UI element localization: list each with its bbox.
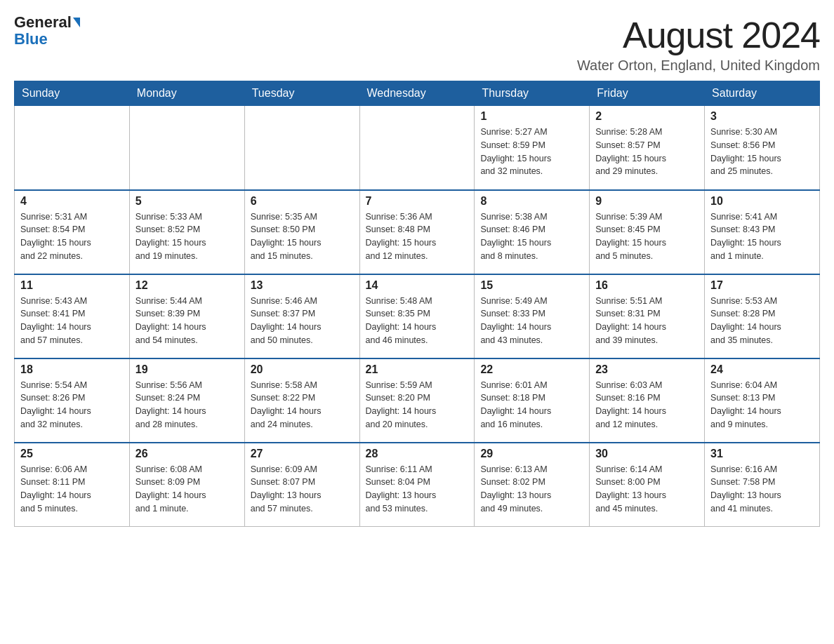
day-number: 26 xyxy=(135,448,239,460)
day-number: 8 xyxy=(480,195,583,208)
weekday-header-tuesday: Tuesday xyxy=(244,81,359,106)
day-number: 15 xyxy=(480,279,583,292)
day-info: Sunrise: 5:44 AMSunset: 8:39 PMDaylight:… xyxy=(135,295,239,347)
day-number: 18 xyxy=(20,363,124,376)
day-info: Sunrise: 5:58 AMSunset: 8:22 PMDaylight:… xyxy=(251,379,354,431)
calendar-cell: 13Sunrise: 5:46 AMSunset: 8:37 PMDayligh… xyxy=(244,274,359,358)
day-number: 4 xyxy=(20,195,124,208)
calendar-cell: 9Sunrise: 5:39 AMSunset: 8:45 PMDaylight… xyxy=(590,190,705,274)
day-number: 25 xyxy=(20,448,124,460)
day-number: 7 xyxy=(366,195,469,208)
day-info: Sunrise: 5:41 AMSunset: 8:43 PMDaylight:… xyxy=(710,210,814,263)
calendar-cell: 29Sunrise: 6:13 AMSunset: 8:02 PMDayligh… xyxy=(475,443,590,527)
calendar-cell: 18Sunrise: 5:54 AMSunset: 8:26 PMDayligh… xyxy=(15,358,130,443)
logo-text-general: General xyxy=(14,14,72,31)
calendar-cell: 22Sunrise: 6:01 AMSunset: 8:18 PMDayligh… xyxy=(475,358,590,443)
day-number: 17 xyxy=(710,279,814,292)
day-info: Sunrise: 5:46 AMSunset: 8:37 PMDaylight:… xyxy=(251,295,354,347)
day-number: 27 xyxy=(251,448,354,460)
day-info: Sunrise: 6:08 AMSunset: 8:09 PMDaylight:… xyxy=(135,463,239,516)
day-info: Sunrise: 6:09 AMSunset: 8:07 PMDaylight:… xyxy=(251,463,354,516)
day-number: 21 xyxy=(366,363,469,376)
calendar-cell: 30Sunrise: 6:14 AMSunset: 8:00 PMDayligh… xyxy=(590,443,705,527)
day-number: 31 xyxy=(710,448,814,460)
calendar-cell: 31Sunrise: 6:16 AMSunset: 7:58 PMDayligh… xyxy=(705,443,820,527)
calendar-cell: 6Sunrise: 5:35 AMSunset: 8:50 PMDaylight… xyxy=(244,190,359,274)
calendar-cell: 17Sunrise: 5:53 AMSunset: 8:28 PMDayligh… xyxy=(705,274,820,358)
calendar-cell: 12Sunrise: 5:44 AMSunset: 8:39 PMDayligh… xyxy=(129,274,244,358)
calendar-cell xyxy=(129,106,244,190)
week-row-3: 11Sunrise: 5:43 AMSunset: 8:41 PMDayligh… xyxy=(15,274,820,358)
weekday-header-wednesday: Wednesday xyxy=(359,81,475,106)
day-number: 16 xyxy=(595,279,699,292)
day-info: Sunrise: 5:31 AMSunset: 8:54 PMDaylight:… xyxy=(20,210,124,263)
day-info: Sunrise: 6:14 AMSunset: 8:00 PMDaylight:… xyxy=(595,463,699,516)
day-info: Sunrise: 6:04 AMSunset: 8:13 PMDaylight:… xyxy=(710,379,814,431)
calendar-cell: 1Sunrise: 5:27 AMSunset: 8:59 PMDaylight… xyxy=(475,106,590,190)
day-info: Sunrise: 5:30 AMSunset: 8:56 PMDaylight:… xyxy=(710,126,814,178)
day-number: 13 xyxy=(251,279,354,292)
day-info: Sunrise: 5:49 AMSunset: 8:33 PMDaylight:… xyxy=(480,295,583,347)
day-number: 10 xyxy=(710,195,814,208)
day-info: Sunrise: 5:43 AMSunset: 8:41 PMDaylight:… xyxy=(20,295,124,347)
day-info: Sunrise: 6:01 AMSunset: 8:18 PMDaylight:… xyxy=(480,379,583,431)
calendar-cell: 14Sunrise: 5:48 AMSunset: 8:35 PMDayligh… xyxy=(359,274,475,358)
day-number: 9 xyxy=(595,195,699,208)
calendar-cell: 16Sunrise: 5:51 AMSunset: 8:31 PMDayligh… xyxy=(590,274,705,358)
day-number: 1 xyxy=(480,110,583,123)
calendar-cell: 20Sunrise: 5:58 AMSunset: 8:22 PMDayligh… xyxy=(244,358,359,443)
calendar-table: SundayMondayTuesdayWednesdayThursdayFrid… xyxy=(14,81,820,527)
day-info: Sunrise: 5:36 AMSunset: 8:48 PMDaylight:… xyxy=(366,210,469,263)
day-number: 24 xyxy=(710,363,814,376)
calendar-cell: 27Sunrise: 6:09 AMSunset: 8:07 PMDayligh… xyxy=(244,443,359,527)
calendar-cell: 24Sunrise: 6:04 AMSunset: 8:13 PMDayligh… xyxy=(705,358,820,443)
calendar-cell: 3Sunrise: 5:30 AMSunset: 8:56 PMDaylight… xyxy=(705,106,820,190)
day-info: Sunrise: 5:54 AMSunset: 8:26 PMDaylight:… xyxy=(20,379,124,431)
calendar-cell xyxy=(15,106,130,190)
day-number: 11 xyxy=(20,279,124,292)
weekday-header-friday: Friday xyxy=(590,81,705,106)
week-row-1: 1Sunrise: 5:27 AMSunset: 8:59 PMDaylight… xyxy=(15,106,820,190)
day-info: Sunrise: 5:59 AMSunset: 8:20 PMDaylight:… xyxy=(366,379,469,431)
day-info: Sunrise: 5:33 AMSunset: 8:52 PMDaylight:… xyxy=(135,210,239,263)
day-number: 28 xyxy=(366,448,469,460)
day-info: Sunrise: 5:27 AMSunset: 8:59 PMDaylight:… xyxy=(480,126,583,178)
calendar-cell: 2Sunrise: 5:28 AMSunset: 8:57 PMDaylight… xyxy=(590,106,705,190)
calendar-cell: 11Sunrise: 5:43 AMSunset: 8:41 PMDayligh… xyxy=(15,274,130,358)
day-info: Sunrise: 5:56 AMSunset: 8:24 PMDaylight:… xyxy=(135,379,239,431)
weekday-header-sunday: Sunday xyxy=(15,81,130,106)
calendar-cell: 5Sunrise: 5:33 AMSunset: 8:52 PMDaylight… xyxy=(129,190,244,274)
month-title: August 2024 xyxy=(577,14,820,56)
day-number: 3 xyxy=(710,110,814,123)
calendar-cell: 23Sunrise: 6:03 AMSunset: 8:16 PMDayligh… xyxy=(590,358,705,443)
calendar-cell: 19Sunrise: 5:56 AMSunset: 8:24 PMDayligh… xyxy=(129,358,244,443)
day-number: 14 xyxy=(366,279,469,292)
day-number: 22 xyxy=(480,363,583,376)
weekday-header-monday: Monday xyxy=(129,81,244,106)
day-info: Sunrise: 5:35 AMSunset: 8:50 PMDaylight:… xyxy=(251,210,354,263)
calendar-cell: 4Sunrise: 5:31 AMSunset: 8:54 PMDaylight… xyxy=(15,190,130,274)
day-info: Sunrise: 5:38 AMSunset: 8:46 PMDaylight:… xyxy=(480,210,583,263)
calendar-cell: 28Sunrise: 6:11 AMSunset: 8:04 PMDayligh… xyxy=(359,443,475,527)
day-number: 5 xyxy=(135,195,239,208)
calendar-cell: 15Sunrise: 5:49 AMSunset: 8:33 PMDayligh… xyxy=(475,274,590,358)
calendar-cell: 26Sunrise: 6:08 AMSunset: 8:09 PMDayligh… xyxy=(129,443,244,527)
calendar-cell: 8Sunrise: 5:38 AMSunset: 8:46 PMDaylight… xyxy=(475,190,590,274)
weekday-header-row: SundayMondayTuesdayWednesdayThursdayFrid… xyxy=(15,81,820,106)
day-info: Sunrise: 6:03 AMSunset: 8:16 PMDaylight:… xyxy=(595,379,699,431)
day-info: Sunrise: 6:16 AMSunset: 7:58 PMDaylight:… xyxy=(710,463,814,516)
logo: General Blue xyxy=(14,14,80,48)
logo-arrow-icon xyxy=(73,18,80,27)
logo-text-blue: Blue xyxy=(14,31,80,48)
calendar-cell xyxy=(359,106,475,190)
calendar-cell: 10Sunrise: 5:41 AMSunset: 8:43 PMDayligh… xyxy=(705,190,820,274)
weekday-header-saturday: Saturday xyxy=(705,81,820,106)
day-number: 12 xyxy=(135,279,239,292)
day-number: 23 xyxy=(595,363,699,376)
weekday-header-thursday: Thursday xyxy=(475,81,590,106)
day-info: Sunrise: 5:28 AMSunset: 8:57 PMDaylight:… xyxy=(595,126,699,178)
page-header: General Blue August 2024 Water Orton, En… xyxy=(14,14,820,74)
day-number: 29 xyxy=(480,448,583,460)
day-info: Sunrise: 5:53 AMSunset: 8:28 PMDaylight:… xyxy=(710,295,814,347)
week-row-4: 18Sunrise: 5:54 AMSunset: 8:26 PMDayligh… xyxy=(15,358,820,443)
